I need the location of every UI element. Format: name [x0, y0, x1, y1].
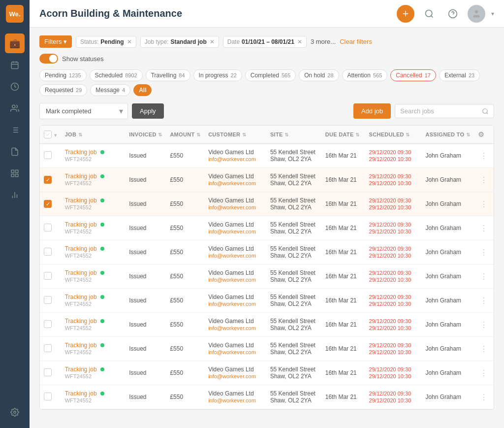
- job-name-link[interactable]: Tracking job: [65, 318, 97, 325]
- sidebar-item-briefcase[interactable]: 💼: [5, 33, 25, 53]
- filter-tag-date[interactable]: Date 01/10/21 – 08/01/21 ✕: [223, 36, 307, 48]
- col-customer-header[interactable]: CUSTOMER ⇅: [204, 126, 266, 144]
- tab-travelling[interactable]: Travelling 84: [146, 69, 190, 81]
- search-input[interactable]: [400, 107, 479, 115]
- tab-pending[interactable]: Pending 1235: [39, 69, 87, 81]
- clear-filters-button[interactable]: Clear filters: [340, 38, 372, 45]
- row-menu-button[interactable]: ⋮: [478, 222, 490, 234]
- row-menu-button[interactable]: ⋮: [478, 246, 490, 259]
- row-checkbox[interactable]: [44, 272, 52, 280]
- sidebar-item-settings[interactable]: [5, 402, 25, 422]
- help-button[interactable]: [444, 5, 462, 23]
- customer-email[interactable]: info@workever.com: [208, 325, 256, 331]
- col-site-header[interactable]: SITE ⇅: [266, 126, 321, 144]
- customer-email[interactable]: info@workever.com: [208, 180, 256, 186]
- tab-scheduled[interactable]: Scheduled 8902: [90, 69, 143, 81]
- col-due-header[interactable]: DUE DATE ⇅: [321, 126, 365, 144]
- row-menu-button[interactable]: ⋮: [478, 150, 490, 162]
- action-select[interactable]: Mark completed: [39, 103, 128, 119]
- col-amount-header[interactable]: AMOUNT ⇅: [166, 126, 204, 144]
- avatar[interactable]: [468, 5, 485, 23]
- row-checkbox[interactable]: [44, 320, 52, 328]
- job-status-dot: [100, 367, 104, 371]
- job-name-link[interactable]: Tracking job: [65, 221, 97, 228]
- row-checkbox[interactable]: [44, 224, 52, 231]
- row-menu-button[interactable]: ⋮: [478, 343, 490, 355]
- row-menu-button[interactable]: ⋮: [478, 319, 490, 331]
- job-name-link[interactable]: Tracking job: [65, 390, 97, 397]
- filter-tag-status[interactable]: Status: Pending ✕: [76, 36, 136, 48]
- row-menu-button[interactable]: ⋮: [478, 367, 490, 379]
- row-menu-button[interactable]: ⋮: [478, 391, 490, 403]
- job-name-link[interactable]: Tracking job: [65, 173, 97, 180]
- filter-tag-jobtype[interactable]: Job type: Standard job ✕: [140, 36, 219, 48]
- row-checkbox[interactable]: ✓: [44, 176, 52, 184]
- tab-all[interactable]: All: [133, 84, 152, 96]
- row-menu-button[interactable]: ⋮: [478, 198, 490, 210]
- more-filters-button[interactable]: 3 more...: [311, 38, 336, 45]
- row-checkbox[interactable]: [44, 248, 52, 256]
- tab-external[interactable]: External 23: [439, 69, 480, 81]
- sidebar-item-document[interactable]: [5, 142, 25, 162]
- customer-email[interactable]: info@workever.com: [208, 397, 256, 403]
- col-job-header[interactable]: JOB ⇅: [61, 126, 125, 144]
- col-assigned-header[interactable]: ASSIGNED TO ⇅: [421, 126, 474, 144]
- tab-cancelled[interactable]: Cancelled 17: [390, 69, 436, 81]
- row-checkbox[interactable]: [44, 296, 52, 304]
- job-name-link[interactable]: Tracking job: [65, 245, 97, 252]
- sidebar-item-analytics[interactable]: [5, 185, 25, 205]
- scheduled-start: 29/12/2020 09:30: [369, 318, 411, 324]
- customer-email[interactable]: info@workever.com: [208, 349, 256, 355]
- job-name-link[interactable]: Tracking job: [65, 149, 97, 156]
- job-name-link[interactable]: Tracking job: [65, 294, 97, 300]
- customer-email[interactable]: info@workever.com: [208, 277, 256, 283]
- row-menu-button[interactable]: ⋮: [478, 295, 490, 307]
- filter-tag-date-close[interactable]: ✕: [297, 38, 302, 45]
- add-button[interactable]: +: [397, 5, 414, 23]
- avatar-dropdown[interactable]: ▾: [491, 10, 494, 17]
- tab-attention[interactable]: Attention 565: [342, 69, 388, 81]
- tab-requested[interactable]: Requested 29: [39, 84, 87, 96]
- customer-email[interactable]: info@workever.com: [208, 229, 256, 234]
- sidebar-item-list[interactable]: [5, 120, 25, 140]
- row-checkbox-cell: ✓: [40, 192, 61, 216]
- job-name-link[interactable]: Tracking job: [65, 366, 97, 373]
- show-statuses-toggle[interactable]: [39, 54, 58, 64]
- row-checkbox[interactable]: [44, 393, 52, 400]
- customer-email[interactable]: info@workever.com: [208, 373, 256, 379]
- add-job-button[interactable]: Add job: [353, 103, 391, 119]
- apply-button[interactable]: Apply: [132, 103, 164, 119]
- col-scheduled-header[interactable]: SCHEDULED ⇅: [365, 126, 422, 144]
- customer-email[interactable]: info@workever.com: [208, 301, 256, 307]
- sidebar-item-users[interactable]: [5, 99, 25, 118]
- sidebar-item-grid[interactable]: [5, 164, 25, 183]
- filter-tag-status-close[interactable]: ✕: [127, 38, 132, 45]
- tab-message[interactable]: Message 4: [90, 84, 130, 96]
- row-customer: Video Games Ltd info@workever.com: [204, 264, 266, 289]
- tab-inprogress[interactable]: In progress 22: [193, 69, 242, 81]
- job-name-link[interactable]: Tracking job: [65, 269, 97, 276]
- customer-email[interactable]: info@workever.com: [208, 156, 256, 162]
- scheduled-end: 29/12/2020 10:30: [369, 156, 411, 162]
- col-invoiced-header[interactable]: INVOICED ⇅: [125, 126, 166, 144]
- tab-onhold[interactable]: On hold 28: [299, 69, 339, 81]
- row-checkbox[interactable]: [44, 344, 52, 352]
- table-settings-icon[interactable]: ⚙: [478, 131, 484, 138]
- row-menu-button[interactable]: ⋮: [478, 270, 490, 283]
- filters-button[interactable]: Filters ▾: [39, 35, 72, 48]
- col-actions-header[interactable]: ⚙: [474, 126, 494, 144]
- sidebar-item-clock[interactable]: [5, 77, 25, 97]
- row-checkbox[interactable]: [44, 151, 52, 159]
- select-all-checkbox[interactable]: [44, 131, 52, 138]
- filter-tag-jobtype-close[interactable]: ✕: [210, 38, 215, 45]
- tab-completed[interactable]: Completed 565: [245, 69, 296, 81]
- search-header-button[interactable]: [420, 5, 438, 23]
- row-checkbox[interactable]: [44, 368, 52, 376]
- sidebar-item-calendar[interactable]: [5, 55, 25, 75]
- row-menu-button[interactable]: ⋮: [478, 174, 490, 186]
- job-name-link[interactable]: Tracking job: [65, 197, 97, 204]
- customer-email[interactable]: info@workever.com: [208, 253, 256, 259]
- row-checkbox[interactable]: ✓: [44, 200, 52, 208]
- customer-email[interactable]: info@workever.com: [208, 204, 256, 210]
- job-name-link[interactable]: Tracking job: [65, 342, 97, 349]
